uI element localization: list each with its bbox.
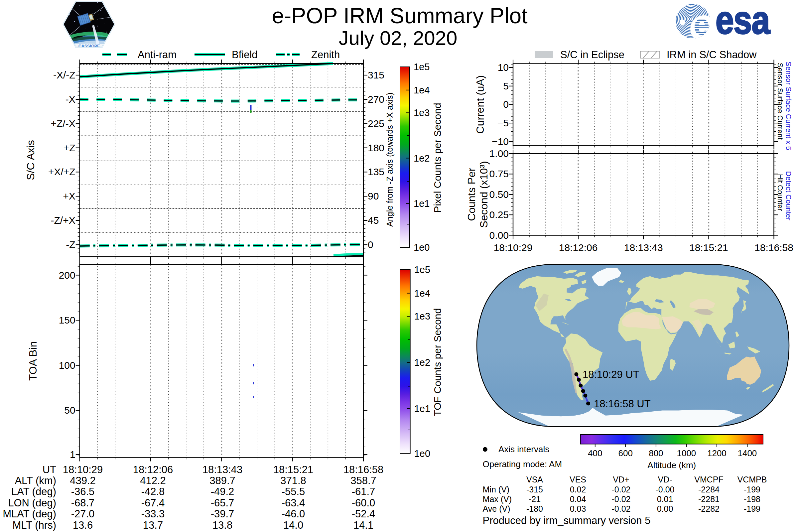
svg-text:1e0: 1e0 [414, 448, 430, 459]
svg-text:-2284: -2284 [698, 485, 720, 494]
svg-text:1400: 1400 [738, 448, 757, 458]
svg-text:Ave (V): Ave (V) [483, 504, 510, 513]
svg-text:1e0: 1e0 [414, 242, 430, 253]
svg-text:1e1: 1e1 [414, 198, 430, 209]
svg-text:-27.0: -27.0 [71, 508, 95, 520]
svg-text:1e2: 1e2 [414, 357, 430, 368]
svg-text:5: 5 [503, 80, 509, 92]
svg-text:0.00: 0.00 [490, 230, 509, 241]
svg-text:UT: UT [42, 464, 56, 475]
svg-text:-52.4: -52.4 [352, 508, 375, 520]
svg-text:0.25: 0.25 [490, 209, 509, 220]
svg-text:S/C Axis: S/C Axis [25, 140, 37, 180]
svg-text:-55.5: -55.5 [282, 486, 305, 497]
svg-text:Min (V): Min (V) [483, 485, 510, 494]
svg-text:225: 225 [368, 118, 384, 129]
svg-text:Produced by irm_summary versio: Produced by irm_summary version 5 [483, 515, 651, 526]
svg-text:-36.5: -36.5 [71, 486, 95, 497]
svg-text:Second (x10³): Second (x10³) [478, 161, 490, 228]
svg-text:VD+: VD+ [613, 475, 629, 484]
svg-text:-61.7: -61.7 [352, 486, 375, 497]
svg-text:0: 0 [368, 239, 374, 250]
svg-text:439.2: 439.2 [70, 475, 96, 487]
svg-text:1e3: 1e3 [414, 311, 430, 322]
svg-text:MLT (hrs): MLT (hrs) [13, 519, 56, 531]
svg-text:+Z: +Z [63, 142, 75, 153]
svg-text:100: 100 [59, 360, 75, 371]
svg-text:14.1: 14.1 [354, 519, 374, 531]
svg-text:Zenith: Zenith [311, 49, 340, 60]
svg-text:Operating mode: AM: Operating mode: AM [483, 459, 562, 469]
svg-text:-0.02: -0.02 [612, 494, 631, 504]
svg-text:+Z/-X: +Z/-X [51, 118, 75, 129]
svg-text:Current (uA): Current (uA) [474, 75, 486, 134]
svg-text:esa: esa [716, 0, 771, 42]
svg-text:0.04: 0.04 [570, 494, 586, 504]
svg-text:TOF Counts per Second: TOF Counts per Second [432, 308, 443, 416]
svg-text:18:16:58: 18:16:58 [755, 242, 793, 253]
svg-text:-2282: -2282 [698, 504, 720, 513]
svg-text:18:10:29: 18:10:29 [63, 464, 103, 475]
svg-text:90: 90 [368, 191, 379, 202]
svg-text:Anti-ram: Anti-ram [138, 49, 176, 60]
svg-text:10: 10 [498, 62, 509, 73]
svg-text:0.02: 0.02 [570, 485, 586, 494]
svg-text:389.7: 389.7 [209, 475, 235, 487]
svg-text:July 02, 2020: July 02, 2020 [339, 27, 457, 49]
svg-text:315: 315 [368, 70, 384, 80]
svg-text:-39.7: -39.7 [211, 508, 234, 520]
svg-text:-2281: -2281 [698, 494, 720, 504]
svg-text:18:12:06: 18:12:06 [133, 464, 173, 475]
svg-text:45: 45 [368, 215, 379, 226]
svg-text:VSA: VSA [526, 475, 543, 484]
svg-text:18:10:29 UT: 18:10:29 UT [583, 369, 640, 380]
svg-text:-198: -198 [744, 494, 760, 504]
svg-text:-63.4: -63.4 [282, 497, 305, 509]
svg-text:13.7: 13.7 [143, 519, 163, 531]
svg-text:VD-: VD- [658, 475, 672, 484]
svg-text:-Z: -Z [66, 239, 75, 250]
svg-text:-Z/+X: -Z/+X [51, 215, 75, 226]
svg-text:-68.7: -68.7 [71, 497, 95, 509]
svg-text:Detect Counter: Detect Counter [784, 171, 793, 221]
svg-text:-46.0: -46.0 [282, 508, 305, 520]
svg-text:S/C in Eclipse: S/C in Eclipse [560, 49, 624, 60]
svg-text:1.00: 1.00 [490, 148, 509, 159]
svg-text:LAT (deg): LAT (deg) [11, 486, 56, 497]
svg-text:-X: -X [65, 94, 75, 105]
svg-text:-199: -199 [744, 504, 760, 513]
svg-text:0.01: 0.01 [657, 494, 673, 504]
svg-text:-0.02: -0.02 [612, 504, 631, 513]
svg-text:-0.00: -0.00 [656, 485, 674, 494]
svg-text:0.03: 0.03 [570, 504, 586, 513]
svg-text:-60.0: -60.0 [352, 497, 375, 509]
svg-text:Altitude (km): Altitude (km) [647, 460, 696, 470]
svg-text:18:15:21: 18:15:21 [273, 464, 314, 475]
svg-text:Max (V): Max (V) [483, 494, 512, 504]
svg-text:Bfield: Bfield [232, 49, 258, 60]
svg-text:+X/+Z: +X/+Z [48, 166, 75, 177]
svg-text:MLAT (deg): MLAT (deg) [3, 508, 56, 520]
svg-text:0.00: 0.00 [657, 504, 673, 513]
svg-text:ALT (km): ALT (km) [15, 475, 56, 487]
svg-text:Axis intervals: Axis intervals [498, 444, 549, 454]
svg-text:358.7: 358.7 [350, 475, 376, 487]
svg-text:13.8: 13.8 [212, 519, 232, 531]
svg-text:1e4: 1e4 [414, 288, 430, 299]
svg-text:1000: 1000 [677, 448, 696, 458]
svg-text:VMCPF: VMCPF [694, 475, 723, 484]
svg-text:−10: −10 [492, 136, 509, 147]
svg-text:TOA Bin: TOA Bin [27, 341, 39, 381]
svg-text:VCMPB: VCMPB [738, 475, 767, 484]
svg-text:+X: +X [63, 191, 75, 202]
svg-text:200: 200 [59, 270, 75, 281]
svg-text:-33.3: -33.3 [141, 508, 165, 520]
svg-text:0.75: 0.75 [490, 168, 509, 179]
svg-text:13.6: 13.6 [73, 519, 93, 531]
svg-text:-21: -21 [529, 494, 540, 504]
svg-text:-180: -180 [526, 504, 543, 513]
svg-text:412.2: 412.2 [140, 475, 166, 487]
svg-text:270: 270 [368, 94, 384, 105]
svg-text:-67.4: -67.4 [141, 497, 165, 509]
svg-text:400: 400 [588, 448, 602, 458]
